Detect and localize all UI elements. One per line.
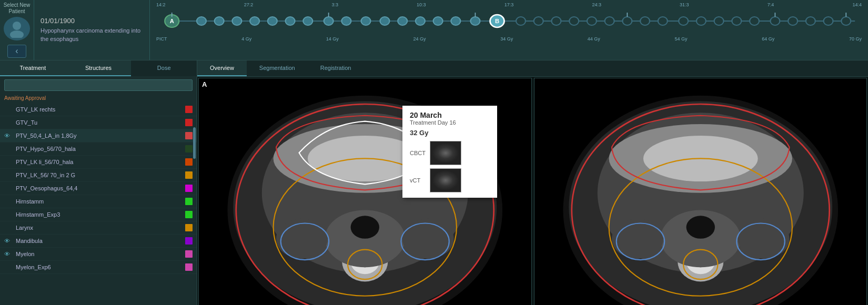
structure-list: GTV_LK rechts GTV_Tu 👁 PTV_50,4_LA_in 1,… [0,103,197,305]
svg-point-41 [841,17,851,25]
eye-icon [4,263,14,271]
gy-label-54: 54 Gy [675,36,688,42]
tooltip-vct-row: vCT [410,168,490,192]
structure-color [185,158,193,166]
svg-point-10 [286,17,295,25]
list-item[interactable]: Myelon_Exp6 [0,261,197,274]
list-item[interactable]: PTV_Hypo_56/70_hala [0,143,197,156]
svg-point-15 [380,17,389,25]
structure-color [185,211,193,218]
structure-name: Mandibula [16,238,185,244]
list-item[interactable]: PTV_LK li_56/70_hala [0,156,197,169]
svg-point-33 [697,17,706,25]
structure-name: GTV_Tu [16,119,185,126]
vct-thumbnail[interactable] [430,168,461,192]
svg-point-0 [13,22,21,30]
gy-label-70: 70 Gy [849,36,862,42]
svg-point-8 [250,17,259,25]
patient-diagnosis: Hypopharynx carcinoma extending into the… [41,27,143,43]
svg-point-11 [303,17,312,25]
tab-dose[interactable]: Dose [131,60,197,76]
tl-label-5: 17:3 [504,2,514,7]
svg-point-7 [232,17,241,25]
main-area: Treatment Structures Dose Awaiting Appro… [0,60,868,305]
timeline-svg: A B [154,7,864,35]
eye-icon [4,106,14,113]
list-item[interactable]: Larynx [0,221,197,235]
avatar [4,17,30,40]
structure-color [185,198,193,205]
svg-text:A: A [170,18,174,24]
svg-point-58 [276,219,328,259]
tab-structures[interactable]: Structures [66,60,132,76]
eye-icon: 👁 [4,237,14,245]
eye-icon [4,158,14,166]
svg-point-40 [824,17,833,25]
svg-text:B: B [495,18,499,24]
tooltip-images: CBCT vCT [410,141,490,192]
tab-segmentation[interactable]: Segmentation [247,60,308,76]
structure-color [185,106,193,113]
scrollbar-thumb[interactable] [193,127,196,159]
structure-name: PTV_LK li_56/70_hala [16,159,185,165]
back-button[interactable]: ‹ [7,45,26,58]
list-item[interactable]: 👁 PTV_50,4_LA_in 1,8Gy [0,129,197,143]
tl-label-9: 14:4 [852,2,862,7]
structure-name: Larynx [16,225,185,231]
structure-name: GTV_LK rechts [16,106,185,113]
cbct-thumbnail[interactable] [430,141,461,165]
list-item[interactable]: Hirnstamm [0,195,197,208]
tab-overview[interactable]: Overview [197,60,247,76]
svg-point-32 [679,17,688,25]
sidebar: Treatment Structures Dose Awaiting Appro… [0,60,197,305]
tl-label-1: 14:2 [156,2,166,7]
list-item[interactable]: GTV_LK rechts [0,103,197,116]
svg-point-36 [750,17,759,25]
svg-point-31 [658,17,668,25]
svg-point-37 [770,17,780,25]
select-new-patient-button[interactable]: Select New Patient [2,2,32,15]
list-item[interactable]: PTV_LK_56/ 70_in 2 G [0,169,197,182]
list-item[interactable]: 👁 Mandibula [0,235,197,248]
tl-label-7: 31:3 [680,2,689,7]
tab-registration[interactable]: Registration [308,60,364,76]
content-tabs: Overview Segmentation Registration [197,60,868,77]
structure-color [185,237,193,245]
structure-name: Myelon [16,251,185,257]
ct-label-left: A [202,80,207,88]
tl-label-2: 27:2 [244,2,254,7]
tl-label-4: 10:3 [417,2,426,7]
svg-point-26 [569,17,579,25]
list-item[interactable]: 👁 Myelon [0,248,197,261]
gy-label-64: 64 Gy [762,36,774,42]
awaiting-approval-label: Awaiting Approval [0,94,197,103]
svg-point-39 [806,17,815,25]
eye-icon [4,145,14,152]
cbct-label: CBCT [410,150,426,156]
search-bar [0,76,197,94]
eye-icon [4,171,14,179]
gy-label-4: 4 Gy [241,36,251,42]
svg-point-38 [788,17,798,25]
tl-label-8: 7:4 [768,2,774,7]
eye-icon [4,198,14,205]
patient-info: 01/01/1900 Hypopharynx carcinoma extendi… [34,0,150,60]
patient-date: 01/01/1900 [41,17,143,25]
gy-label-pict: PICT [156,36,167,42]
svg-point-35 [732,17,741,25]
structure-color [185,171,193,179]
gy-label-14: 14 Gy [326,36,339,42]
search-input[interactable] [4,79,193,91]
list-item[interactable]: GTV_Tu [0,116,197,129]
tab-treatment[interactable]: Treatment [0,60,66,76]
svg-point-12 [324,17,334,25]
list-item[interactable]: Hirnstamm_Exp3 [0,208,197,221]
structure-name: PTV_LK_56/ 70_in 2 G [16,172,185,178]
structure-color [185,145,193,152]
structure-name: PTV_50,4_LA_in 1,8Gy [16,133,185,139]
eye-icon [4,119,14,126]
top-bar: Select New Patient ‹ 01/01/1900 Hypophar… [0,0,868,60]
gy-label-34: 34 Gy [500,36,513,42]
structure-color [185,119,193,126]
list-item[interactable]: PTV_Oesophagus_64,4 [0,182,197,195]
